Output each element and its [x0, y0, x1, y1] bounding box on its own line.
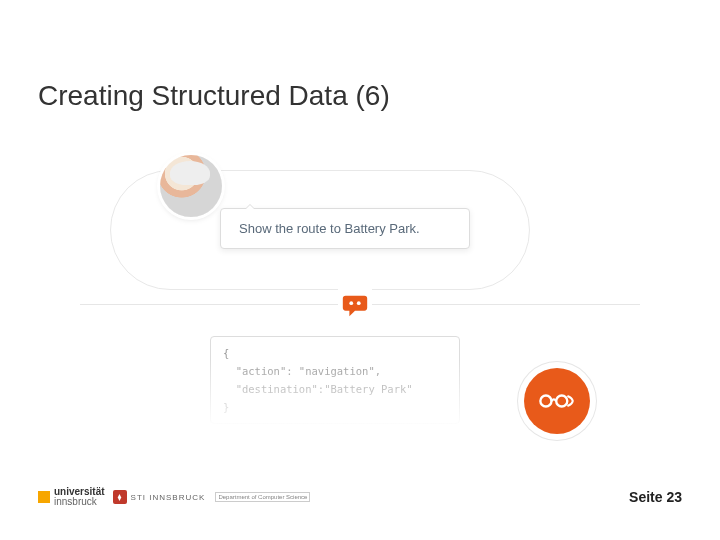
json-output-box: { "action": "navigation", "destination":…: [210, 336, 460, 424]
assistant-tool-icon: [524, 368, 590, 434]
user-query-group: Show the route to Battery Park.: [170, 160, 500, 290]
sti-logo: STI INNSBRUCK: [113, 490, 206, 504]
slide-title: Creating Structured Data (6): [38, 80, 390, 112]
user-query-text: Show the route to Battery Park.: [239, 221, 420, 236]
page-number: Seite 23: [629, 489, 682, 505]
sti-label: STI INNSBRUCK: [131, 493, 206, 502]
sti-badge-icon: [113, 490, 127, 504]
uibk-square-icon: [38, 491, 50, 503]
svg-point-0: [349, 301, 353, 305]
university-logo: universität innsbruck: [38, 487, 105, 507]
footer: universität innsbruck STI INNSBRUCK Depa…: [38, 482, 682, 512]
speech-bubble: Show the route to Battery Park.: [220, 208, 470, 249]
slide: Creating Structured Data (6) Show the ro…: [0, 0, 720, 540]
bot-icon: [338, 288, 372, 322]
footer-logos: universität innsbruck STI INNSBRUCK Depa…: [38, 487, 310, 507]
svg-point-3: [556, 395, 567, 406]
svg-point-1: [357, 301, 361, 305]
uni-name-bottom: innsbruck: [54, 497, 105, 507]
svg-point-2: [540, 395, 551, 406]
user-avatar: [160, 155, 222, 217]
department-label: Department of Computer Science: [215, 492, 310, 502]
